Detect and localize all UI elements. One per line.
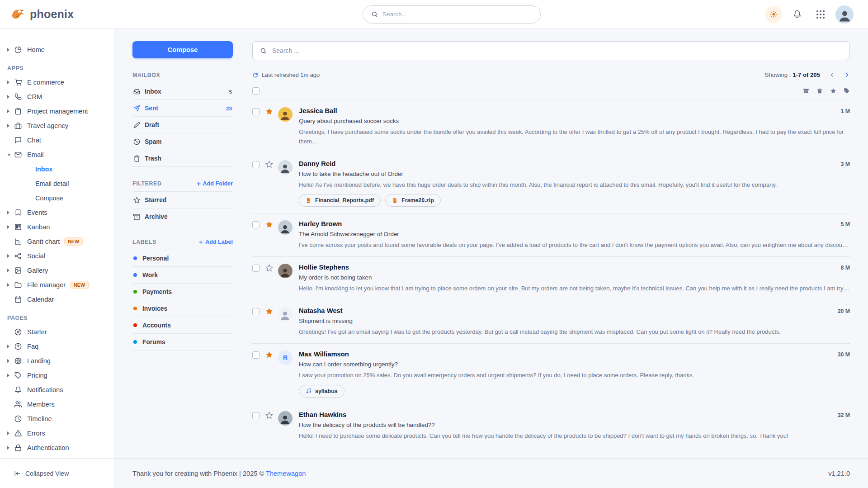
sidebar-item-gantt-chart[interactable]: Gantt chartNEW: [0, 234, 114, 249]
sidebar-item-notifications[interactable]: Notifications: [0, 383, 114, 397]
email-search-input[interactable]: [272, 47, 842, 54]
filtered-item-archive[interactable]: Archive: [132, 208, 233, 225]
email-subject: How to take the headache out of Order: [299, 171, 850, 177]
tag-button[interactable]: [844, 88, 850, 94]
sidebar-item-starter[interactable]: Starter: [0, 325, 114, 339]
mailbox-item-inbox[interactable]: Inbox5: [132, 83, 233, 100]
label-item-payments[interactable]: Payments: [132, 284, 233, 300]
compose-button[interactable]: Compose: [132, 41, 233, 58]
mailbox-item-sent[interactable]: Sent23: [132, 100, 233, 117]
collapsed-view-label: Collapsed View: [25, 470, 69, 477]
sender-avatar: [278, 307, 292, 322]
email-row[interactable]: Jessica Ball1 MQuery about purchased soc…: [252, 100, 850, 153]
star-toggle[interactable]: [265, 221, 273, 228]
email-checkbox[interactable]: [252, 221, 259, 228]
attachment-chip[interactable]: Frame20.zip: [385, 194, 441, 207]
add-label-button[interactable]: Add Label: [198, 239, 233, 245]
star-toggle[interactable]: [265, 264, 273, 272]
sidebar-item-email-detail[interactable]: Email detail: [0, 176, 114, 191]
add-folder-button[interactable]: Add Folder: [196, 180, 233, 187]
sidebar-item-e-commerce[interactable]: E commerce: [0, 75, 114, 90]
global-search-input[interactable]: [382, 11, 532, 18]
sidebar-item-travel-agency[interactable]: Travel agency: [0, 118, 114, 133]
prev-page-button[interactable]: [829, 72, 835, 78]
plus-icon: [198, 240, 203, 245]
tag-icon: [14, 372, 22, 379]
themewagon-link[interactable]: Themewagon: [266, 470, 306, 477]
gantt-icon: [14, 238, 22, 245]
email-snippet: I've come across your posts and found so…: [299, 241, 850, 250]
sidebar-item-home[interactable]: Home: [0, 43, 114, 57]
delete-button[interactable]: [816, 88, 823, 94]
filtered-item-starred[interactable]: Starred: [132, 192, 233, 208]
attachment-chip[interactable]: PDFFinancial_Reports.pdf: [299, 194, 381, 207]
mailbox-item-trash[interactable]: Trash: [132, 150, 233, 167]
list-toolbar: [252, 87, 850, 100]
mailbox-item-spam[interactable]: Spam: [132, 133, 233, 150]
sidebar-item-errors[interactable]: Errors: [0, 426, 114, 441]
sidebar-item-file-manager[interactable]: File managerNEW: [0, 278, 114, 292]
email-row[interactable]: Hollie Stephens8 MMy order is not being …: [252, 257, 850, 300]
sidebar-item-social[interactable]: Social: [0, 249, 114, 263]
sidebar-item-inbox[interactable]: Inbox: [0, 162, 114, 176]
email-checkbox[interactable]: [252, 351, 259, 359]
star-button[interactable]: [830, 88, 836, 94]
archive-button[interactable]: [803, 88, 809, 94]
email-checkbox[interactable]: [252, 308, 259, 315]
chevron-right-icon: [844, 72, 850, 78]
sidebar-item-landing[interactable]: Landing: [0, 354, 114, 368]
email-checkbox[interactable]: [252, 265, 259, 272]
sidebar-item-layouts[interactable]: Layouts: [0, 455, 114, 458]
star-toggle[interactable]: [265, 308, 273, 315]
email-checkbox[interactable]: [252, 412, 259, 419]
email-snippet: Greetings! I've got an email saying I wa…: [299, 327, 850, 337]
sidebar-item-chat[interactable]: Chat: [0, 133, 114, 147]
sidebar-item-crm[interactable]: CRM: [0, 90, 114, 104]
apps-menu-button[interactable]: [812, 6, 829, 23]
label-item-forums[interactable]: Forums: [132, 334, 233, 351]
sidebar-item-members[interactable]: Members: [0, 397, 114, 412]
sidebar-item-kanban[interactable]: Kanban: [0, 220, 114, 234]
refresh-button[interactable]: Last refreshed 1m ago: [252, 71, 320, 78]
sidebar-item-timeline[interactable]: Timeline: [0, 412, 114, 426]
app-logo[interactable]: phoenix: [11, 8, 74, 21]
sidebar-item-events[interactable]: Events: [0, 205, 114, 220]
alert-triangle-icon: [14, 430, 22, 437]
mail-icon: [14, 151, 22, 158]
star-toggle[interactable]: [265, 161, 273, 168]
sidebar-item-project-management[interactable]: Project management: [0, 104, 114, 118]
email-row[interactable]: RMax Williamson30 MHow can I order somet…: [252, 344, 850, 404]
label-item-work[interactable]: Work: [132, 267, 233, 284]
attachment-chip[interactable]: syllabus: [299, 385, 344, 398]
star-toggle[interactable]: [265, 351, 273, 359]
next-page-button[interactable]: [844, 72, 850, 78]
collapsed-view-toggle[interactable]: Collapsed View: [0, 459, 114, 488]
plus-icon: [196, 181, 201, 186]
label-item-accounts[interactable]: Accounts: [132, 317, 233, 334]
theme-toggle-button[interactable]: [765, 6, 782, 23]
star-toggle[interactable]: [265, 412, 273, 419]
select-all-checkbox[interactable]: [252, 87, 259, 95]
sidebar-item-email[interactable]: Email: [0, 147, 114, 162]
email-row[interactable]: Ethan Hawkins32 MHow the delicacy of the…: [252, 404, 850, 448]
star-toggle[interactable]: [265, 108, 273, 115]
label-item-personal[interactable]: Personal: [132, 250, 233, 267]
email-row[interactable]: Harley Brown5 MThe Arnold Schwarzenegger…: [252, 213, 850, 257]
email-time: 3 M: [835, 161, 850, 167]
image-icon: [14, 267, 22, 274]
sidebar-item-gallery[interactable]: Gallery: [0, 263, 114, 278]
mailbox-item-draft[interactable]: Draft: [132, 117, 233, 133]
sidebar-item-pricing[interactable]: Pricing: [0, 368, 114, 383]
sidebar-item-faq[interactable]: Faq: [0, 339, 114, 354]
sidebar-item-authentication[interactable]: Authentication: [0, 441, 114, 455]
email-checkbox[interactable]: [252, 161, 259, 168]
label-item-invoices[interactable]: Invoices: [132, 300, 233, 317]
profile-avatar[interactable]: [835, 5, 854, 24]
notifications-button[interactable]: [788, 6, 806, 23]
email-checkbox[interactable]: [252, 108, 259, 115]
sidebar-item-compose[interactable]: Compose: [0, 191, 114, 205]
sidebar-item-calendar[interactable]: Calendar: [0, 292, 114, 307]
email-row[interactable]: Danny Reid3 MHow to take the headache ou…: [252, 153, 850, 214]
email-row[interactable]: Natasha West20 MShipment is missingGreet…: [252, 300, 850, 344]
mailbox-header: MAILBOX: [132, 72, 160, 78]
